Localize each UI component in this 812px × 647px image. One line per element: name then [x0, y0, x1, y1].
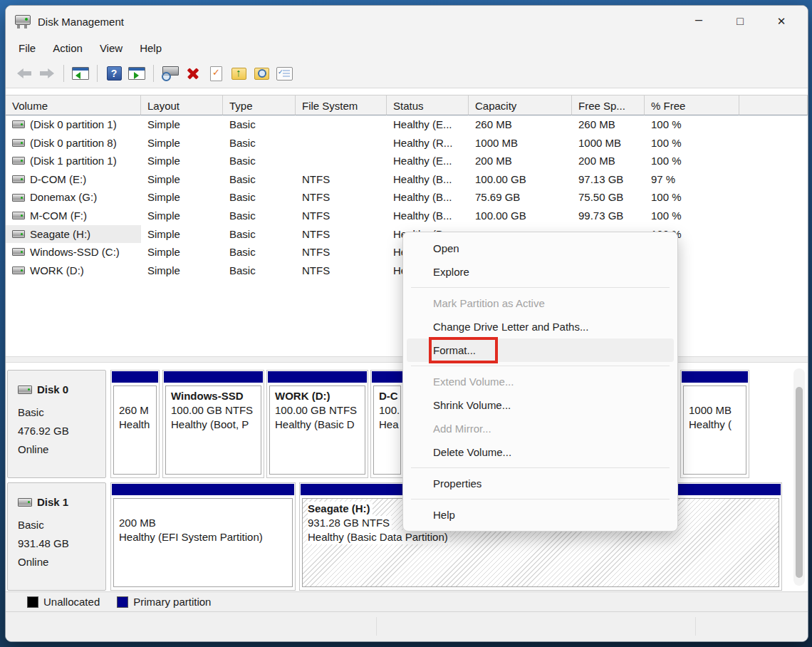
menu-help[interactable]: Help: [131, 39, 170, 57]
partition-name: D-C: [379, 389, 395, 403]
table-cell: [739, 115, 808, 134]
column-header--free[interactable]: % Free: [645, 95, 739, 115]
partition-info: WORK (D:)100.00 GB NTFSHealthy (Basic D: [269, 385, 365, 475]
volume-table-header: VolumeLayoutTypeFile SystemStatusCapacit…: [6, 95, 808, 115]
column-header-status[interactable]: Status: [387, 95, 469, 115]
table-cell: Healthy (E...: [387, 152, 469, 170]
partition-status-text: Health: [119, 418, 150, 432]
column-header-volume[interactable]: Volume: [6, 95, 141, 115]
partition-info: Windows-SSD100.00 GB NTFSHealthy (Boot, …: [165, 385, 261, 475]
table-cell: Basic: [223, 225, 296, 244]
context-menu-item-open[interactable]: Open: [407, 237, 674, 260]
partition-info: 200 MBHealthy (EFI System Partition): [113, 498, 293, 587]
delete-volume-icon[interactable]: [182, 63, 204, 84]
table-cell: 260 MB: [572, 115, 645, 134]
table-row[interactable]: (Disk 1 partition 1)SimpleBasicHealthy (…: [6, 152, 808, 170]
desktop: Disk Management FileActionViewHelp Volum…: [0, 0, 812, 647]
table-row[interactable]: Donemax (G:)SimpleBasicNTFSHealthy (B...…: [6, 188, 808, 207]
partition-size-text: 1000 MB: [689, 403, 732, 418]
table-cell: 100.00 GB: [469, 207, 572, 225]
table-cell: [739, 170, 808, 189]
table-row[interactable]: D-COM (E:)SimpleBasicNTFSHealthy (B...10…: [6, 170, 808, 189]
legend-label: Primary partition: [133, 596, 211, 608]
partition-name-text: D-C: [379, 389, 398, 403]
primary-partition-bar: [112, 484, 294, 495]
scrollbar-thumb[interactable]: [796, 387, 803, 578]
context-menu-item-delete-volume-[interactable]: Delete Volume...: [407, 440, 674, 464]
column-header-layout[interactable]: Layout: [141, 95, 223, 115]
column-header-capacity[interactable]: Capacity: [469, 95, 572, 115]
context-menu-item-change-drive-letter-and-paths-[interactable]: Change Drive Letter and Paths...: [407, 315, 674, 338]
context-menu-item-explore[interactable]: Explore: [407, 260, 674, 284]
table-cell: Simple: [141, 134, 223, 152]
rescan-disks-icon[interactable]: [159, 63, 182, 84]
partition-block[interactable]: 260 MHealth: [110, 370, 160, 478]
show-console-tree-icon[interactable]: [69, 63, 92, 84]
table-row[interactable]: (Disk 0 partition 8)SimpleBasicHealthy (…: [6, 134, 808, 152]
primary-partition-bar: [268, 371, 367, 383]
disk-icon: [18, 385, 32, 394]
volume-drive-icon: [12, 266, 25, 274]
volume-name: Seagate (H:): [30, 225, 90, 244]
check-document-icon[interactable]: [204, 63, 227, 84]
partition-block[interactable]: Windows-SSD100.00 GB NTFSHealthy (Boot, …: [162, 370, 264, 478]
menu-file[interactable]: File: [10, 39, 44, 57]
primary-partition-bar: [682, 371, 748, 383]
table-cell: 100 %: [645, 134, 739, 152]
column-header-type[interactable]: Type: [223, 95, 296, 115]
folder-up-icon[interactable]: [227, 63, 250, 84]
minimize-button[interactable]: [678, 6, 719, 37]
context-menu-item-format-[interactable]: Format...: [407, 338, 674, 362]
table-cell: Simple: [141, 225, 223, 244]
table-cell: NTFS: [296, 170, 387, 189]
folder-search-icon[interactable]: [250, 63, 273, 84]
table-cell: NTFS: [296, 207, 387, 225]
show-action-pane-icon[interactable]: [125, 63, 148, 84]
partition-size-text: 931.28 GB NTFS: [308, 516, 392, 530]
help-icon[interactable]: [103, 63, 125, 84]
disk-drive-icon: [15, 15, 31, 25]
window-title: Disk Management: [38, 16, 124, 28]
partition-block[interactable]: 1000 MBHealthy (: [680, 370, 749, 478]
column-header-file-system[interactable]: File System: [296, 95, 387, 115]
disk-name: Disk 0: [18, 381, 105, 399]
table-row[interactable]: (Disk 0 partition 1)SimpleBasicHealthy (…: [6, 115, 808, 134]
forward-icon[interactable]: [36, 63, 58, 84]
partition-status-text: Healthy (Basic Data Partition): [308, 530, 450, 544]
close-button[interactable]: [761, 6, 802, 37]
context-menu-item-properties[interactable]: Properties: [407, 472, 674, 495]
table-cell: Simple: [141, 170, 223, 189]
back-icon[interactable]: [13, 63, 36, 84]
column-header-free-sp-[interactable]: Free Sp...: [572, 95, 645, 115]
partition-name: WORK (D:): [275, 389, 360, 403]
table-row[interactable]: M-COM (F:)SimpleBasicNTFSHealthy (B...10…: [6, 207, 808, 225]
table-cell: Basic: [223, 170, 296, 189]
vertical-scrollbar[interactable]: [793, 368, 805, 586]
volume-drive-icon: [12, 175, 25, 183]
context-menu-item-help[interactable]: Help: [407, 503, 674, 527]
title-bar: Disk Management: [6, 6, 808, 37]
volume-cell: D-COM (E:): [6, 170, 141, 189]
status-bar-divider: [376, 617, 377, 636]
disk-label-panel[interactable]: Disk 1Basic931.48 GBOnline: [7, 482, 106, 591]
context-menu-item-shrink-volume-[interactable]: Shrink Volume...: [407, 393, 674, 417]
partition-block[interactable]: D-C100.Hea: [370, 370, 404, 478]
partition-size: 100.: [379, 403, 395, 418]
partition-block[interactable]: 200 MBHealthy (EFI System Partition): [110, 482, 296, 591]
menu-view[interactable]: View: [91, 39, 131, 57]
maximize-button[interactable]: [719, 6, 761, 37]
checklist-icon[interactable]: [273, 63, 296, 84]
table-cell: 260 MB: [469, 115, 572, 134]
partition-status-text: Healthy (: [689, 418, 732, 432]
volume-cell: (Disk 1 partition 1): [6, 152, 141, 170]
disk-label-panel[interactable]: Disk 0Basic476.92 GBOnline: [7, 370, 106, 478]
legend-item-unallocated: Unallocated: [27, 596, 100, 608]
primary-partition-bar: [372, 371, 402, 383]
volume-context-menu: OpenExploreMark Partition as ActiveChang…: [402, 232, 678, 532]
volume-cell: M-COM (F:): [6, 207, 141, 225]
partition-name-text: Windows-SSD: [171, 389, 244, 403]
partition-block[interactable]: WORK (D:)100.00 GB NTFSHealthy (Basic D: [266, 370, 368, 478]
menu-action[interactable]: Action: [44, 39, 91, 57]
table-cell: Simple: [141, 152, 223, 170]
partition-size: 1000 MB: [689, 403, 741, 418]
